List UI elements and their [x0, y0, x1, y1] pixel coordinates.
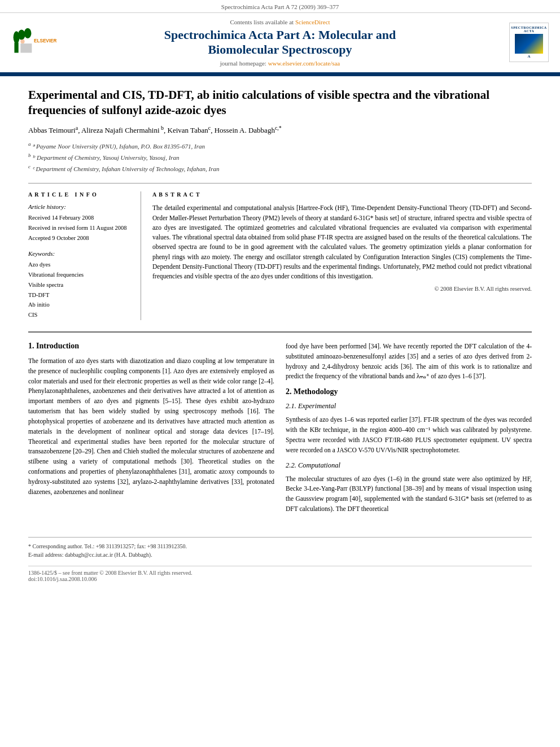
- copyright-line: © 2008 Elsevier B.V. All rights reserved…: [152, 286, 532, 292]
- right-column: food dye have been performed [34]. We ha…: [286, 342, 532, 520]
- section1-paragraph1: The formation of azo dyes starts with di…: [28, 356, 274, 497]
- section2-sub2-heading: 2.2. Computational: [286, 461, 532, 470]
- citation-text: Spectrochimica Acta Part A 72 (2009) 369…: [221, 3, 339, 10]
- keyword-6: CIS: [28, 310, 132, 320]
- keyword-5: Ab initio: [28, 300, 132, 310]
- journal-title: Spectrochimica Acta Part A: Molecular an…: [69, 28, 491, 58]
- affiliations: a ᵃ Payame Noor University (PNU), Isfaha…: [28, 140, 532, 174]
- footer-divider: * Corresponding author. Tel.: +98 311391…: [28, 537, 532, 559]
- svg-point-3: [24, 28, 32, 38]
- svg-point-5: [20, 40, 24, 43]
- article-info-title: A R T I C L E I N F O: [28, 191, 132, 198]
- svg-text:ELSEVIER: ELSEVIER: [34, 39, 56, 44]
- abstract-text: The detailed experimental and computatio…: [152, 203, 532, 281]
- abstract-title: A B S T R A C T: [152, 191, 532, 198]
- keyword-1: Azo dyes: [28, 260, 132, 270]
- abstract-section: A B S T R A C T The detailed experimenta…: [152, 191, 532, 320]
- citation-bar: Spectrochimica Acta Part A 72 (2009) 369…: [0, 0, 560, 13]
- body-columns: 1. Introduction The formation of azo dye…: [28, 331, 532, 520]
- journal-homepage: journal homepage: www.elsevier.com/locat…: [69, 60, 491, 67]
- doi-line: doi:10.1016/j.saa.2008.10.006: [28, 576, 532, 582]
- affiliation-b: b ᵇ Department of Chemistry, Yasouj Univ…: [28, 151, 532, 163]
- homepage-url[interactable]: www.elsevier.com/locate/saa: [268, 60, 340, 67]
- journal-header: ELSEVIER Contents lists available at Sci…: [0, 13, 560, 73]
- section2-sub1-text: Synthesis of azo dyes 1–6 was reported e…: [286, 415, 532, 455]
- keywords-list: Azo dyes Vibrational frequencies Visible…: [28, 260, 132, 320]
- revised-date: Received in revised form 11 August 2008: [28, 223, 132, 233]
- left-column: 1. Introduction The formation of azo dye…: [28, 342, 274, 520]
- article-content: Experimental and CIS, TD-DFT, ab initio …: [0, 76, 560, 593]
- svg-point-2: [18, 30, 25, 40]
- footer-bottom: 1386-1425/$ – see front matter © 2008 El…: [28, 566, 532, 582]
- sciencedirect-line: Contents lists available at ScienceDirec…: [69, 19, 491, 25]
- svg-rect-4: [20, 43, 32, 53]
- article-history-title: Article history:: [28, 203, 132, 210]
- elsevier-logo-svg: ELSEVIER: [11, 27, 56, 55]
- keyword-4: TD-DFT: [28, 290, 132, 300]
- author2-sup: b: [160, 125, 164, 131]
- article-grid: A R T I C L E I N F O Article history: R…: [28, 183, 532, 320]
- keywords-title: Keywords:: [28, 250, 132, 257]
- article-title: Experimental and CIS, TD-DFT, ab initio …: [28, 88, 532, 119]
- email-address: dabbagh@cc.iut.ac.ir (H.A. Dabbagh).: [65, 552, 152, 558]
- footnote-corresponding: * Corresponding author. Tel.: +98 311391…: [28, 542, 532, 559]
- email-label: E-mail address:: [28, 552, 63, 558]
- keyword-3: Visible spectra: [28, 280, 132, 290]
- section2-sub1-heading: 2.1. Experimental: [286, 402, 532, 410]
- article-info-panel: A R T I C L E I N F O Article history: R…: [28, 191, 141, 320]
- affiliation-a: a ᵃ Payame Noor University (PNU), Isfaha…: [28, 140, 532, 151]
- affiliation-c: c ᶜ Department of Chemistry, Isfahan Uni…: [28, 163, 532, 174]
- svg-rect-0: [14, 43, 18, 53]
- sciencedirect-link[interactable]: ScienceDirect: [295, 19, 330, 25]
- authors-line: Abbas Teimouria, Alireza Najafi Chermahi…: [28, 125, 532, 135]
- article-dates: Received 14 February 2008 Received in re…: [28, 213, 132, 243]
- journal-logo-box: SPECTROCHIMICA ACTA A: [509, 23, 549, 62]
- keyword-2: Vibrational frequencies: [28, 270, 132, 280]
- section2-heading: 2. Methodology: [286, 387, 532, 396]
- section1-heading: 1. Introduction: [28, 342, 274, 351]
- received-date: Received 14 February 2008: [28, 213, 132, 223]
- issn-line: 1386-1425/$ – see front matter © 2008 El…: [28, 570, 532, 576]
- elsevier-logo-area: ELSEVIER: [11, 27, 62, 58]
- section1-right-paragraph: food dye have been performed [34]. We ha…: [286, 342, 532, 382]
- journal-info-center: Contents lists available at ScienceDirec…: [69, 19, 491, 67]
- accepted-date: Accepted 9 October 2008: [28, 233, 132, 243]
- journal-logo-area: SPECTROCHIMICA ACTA A: [498, 23, 549, 62]
- section2-sub2-text: The molecular structures of azo dyes (1–…: [286, 474, 532, 514]
